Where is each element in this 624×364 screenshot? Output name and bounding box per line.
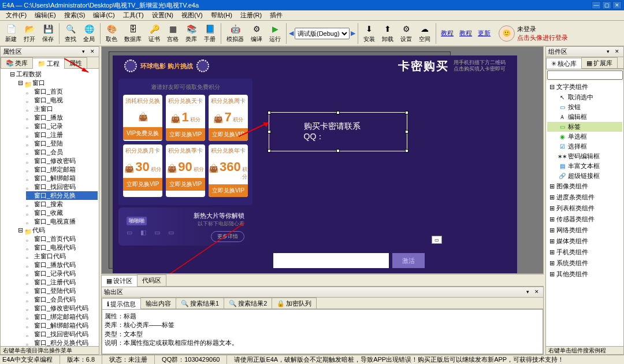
menu-plugin[interactable]: 插件 [266, 10, 286, 20]
component-search[interactable] [547, 70, 623, 80]
minimize-button[interactable]: — [592, 1, 601, 9]
panel-close-icon[interactable]: ✕ [613, 49, 621, 55]
tb-color[interactable]: 🎨取色 [103, 21, 120, 45]
menu-settings[interactable]: 设置(N) [148, 10, 177, 20]
tb-cert[interactable]: 🔑证书 [146, 21, 163, 45]
component-group[interactable]: ⊞ 传感器类组件 [547, 214, 622, 225]
tb-run[interactable]: ▶运行 [266, 21, 284, 45]
project-tree[interactable]: ⊟ 工程数据 ⊟ 📁窗口 ▫窗口_首页▫窗口_电视▫主窗口▫窗口_播放▫窗口_记… [1, 69, 99, 346]
points-card[interactable]: 积分兑换天卡👜1积分立即兑换VIP [166, 95, 205, 141]
tree-window-item[interactable]: ▫主窗口 [26, 105, 98, 113]
menu-search[interactable]: 搜索(S) [61, 10, 89, 20]
tab-design[interactable]: ▦设计区 [101, 275, 138, 287]
points-card[interactable]: 积分兑换年卡👜360积分立即兑换VIP [209, 144, 248, 197]
tree-window-item[interactable]: ▫窗口_首页 [26, 87, 98, 96]
exchange-btn[interactable]: VIP免费兑换 [123, 127, 162, 140]
panel-pin-icon[interactable]: ▾ [604, 49, 612, 55]
tb-space[interactable]: ☁空间 [416, 21, 433, 45]
tree-code-item[interactable]: ▫窗口_解绑邮箱代码 [26, 321, 98, 330]
tab-search2[interactable]: 🔍搜索结果2 [224, 298, 272, 309]
app-canvas[interactable]: 环球电影 购片挑战 卡密购买 用手机扫描下方二维码 点击购买填入卡密即可 [113, 55, 517, 274]
card-input[interactable] [273, 253, 389, 268]
tree-code-item[interactable]: ▫主窗口代码 [26, 252, 98, 261]
selected-label[interactable]: 购买卡密请联系QQ： [269, 112, 407, 151]
comp-radio[interactable]: ◉单选框 [547, 132, 622, 142]
link-update[interactable]: 更新 [476, 29, 493, 38]
maximize-button[interactable]: ▢ [602, 1, 611, 9]
exchange-btn[interactable]: 立即兑换VIP [123, 178, 162, 191]
component-list[interactable]: ⊟ 文字类组件 ↖取消选中 ▭按钮 Ａ编辑框 ▭标签 ◉单选框 ☑选择框 ∗∗密… [546, 80, 623, 346]
tree-window-item[interactable]: ▫窗口_找回密码 [26, 183, 98, 191]
component-group[interactable]: ⊞ 手机类组件 [547, 247, 622, 258]
component-group[interactable]: ⊞ 进度条类组件 [547, 192, 622, 203]
tree-windows[interactable]: ⊟ 📁窗口 [18, 79, 98, 87]
tab-code[interactable]: 代码区 [137, 274, 166, 286]
build-combo[interactable]: 调试版(Debug) [295, 28, 350, 39]
points-card[interactable]: 积分兑换周卡👜7积分立即兑换VIP [209, 95, 248, 141]
tab-encrypt[interactable]: 🔒加密队列 [272, 298, 317, 309]
comp-edit[interactable]: Ａ编辑框 [547, 112, 622, 122]
tree-code[interactable]: ⊟ 📁代码 [18, 226, 98, 235]
tab-search1[interactable]: 🔍搜索结果1 [176, 298, 224, 309]
mini-icon[interactable]: ▭ [432, 236, 442, 244]
tb-save[interactable]: 💾保存 [39, 21, 57, 45]
comp-hyperlink[interactable]: 🔗超级链接框 [547, 171, 622, 181]
tree-window-item[interactable]: ▫窗口_会员 [26, 148, 98, 157]
next-icon[interactable]: ▶ [351, 29, 355, 37]
tb-find[interactable]: 🔍查找 [62, 21, 79, 45]
tab-output[interactable]: 输出内容 [140, 298, 176, 309]
points-card[interactable]: 积分兑换季卡👜90积分立即兑换VIP [166, 144, 205, 197]
tree-window-item[interactable]: ▫窗口_修改密码 [26, 157, 98, 165]
tb-open[interactable]: 📂打开 [21, 21, 38, 45]
tree-code-item[interactable]: ▫窗口_修改密码代码 [26, 304, 98, 313]
output-body[interactable]: 属性：标题 类库：核心类库——标签 类型：文本型 说明：本属性指定或获取相应组件… [102, 309, 543, 354]
comp-button[interactable]: ▭按钮 [547, 102, 622, 112]
tb-db[interactable]: 🗄数据库 [121, 21, 144, 45]
panel-close-icon[interactable]: ✕ [533, 289, 541, 296]
tab-extlib[interactable]: ▦扩展库 [581, 57, 618, 68]
close-button[interactable]: ✕ [612, 1, 622, 9]
comp-check[interactable]: ☑选择框 [547, 142, 622, 151]
tb-manual[interactable]: 📘手册 [201, 21, 218, 45]
tab-corelib[interactable]: ✳核心库 [546, 58, 582, 69]
tab-property[interactable]: 属性 [64, 57, 87, 68]
tree-code-item[interactable]: ▫窗口_找回密码代码 [26, 330, 98, 339]
tree-window-item[interactable]: ▫窗口_电视直播 [26, 217, 98, 226]
activate-btn[interactable]: 激活 [392, 253, 425, 268]
tree-code-item[interactable]: ▫窗口_积分兑换代码 [26, 339, 98, 346]
tree-code-item[interactable]: ▫窗口_绑定邮箱代码 [26, 313, 98, 321]
tree-window-item[interactable]: ▫窗口_收藏 [26, 209, 98, 217]
tb-install[interactable]: ⬇安装 [361, 21, 378, 45]
link-tutorial2[interactable]: 教程 [457, 29, 474, 38]
component-group[interactable]: ⊞ 媒体类组件 [547, 236, 622, 247]
tree-window-item[interactable]: ▫窗口_播放 [26, 113, 98, 122]
component-group[interactable]: ⊞ 图像类组件 [547, 181, 622, 192]
grp-text[interactable]: ⊟ 文字类组件 [547, 81, 622, 92]
tree-code-item[interactable]: ▫窗口_播放代码 [26, 261, 98, 269]
comp-password[interactable]: ∗∗密码编辑框 [547, 151, 622, 161]
tree-window-item[interactable]: ▫窗口_电视 [26, 96, 98, 105]
tree-window-item[interactable]: ▫窗口_搜索 [26, 200, 98, 209]
tree-code-item[interactable]: ▫窗口_登陆代码 [26, 287, 98, 295]
tb-grid[interactable]: ▦宫格 [164, 21, 181, 45]
component-group[interactable]: ⊞ 其他类组件 [547, 269, 622, 280]
comp-label[interactable]: ▭标签 [547, 122, 622, 132]
tab-hint[interactable]: ℹ提示信息 [102, 298, 141, 309]
tree-window-item[interactable]: ▫窗口_解绑邮箱 [26, 174, 98, 183]
panel-pin-icon[interactable]: ▾ [79, 49, 87, 55]
tree-code-item[interactable]: ▫窗口_电视代码 [26, 243, 98, 252]
link-tutorial1[interactable]: 教程 [439, 29, 456, 38]
avatar-icon[interactable]: 🙂 [499, 25, 515, 42]
panel-pin-icon[interactable]: ▾ [523, 289, 532, 296]
tb-global[interactable]: 🌐全局 [80, 21, 98, 45]
tb-uninstall[interactable]: ⬆卸载 [379, 21, 396, 45]
tree-root[interactable]: ⊟ 工程数据 [10, 70, 98, 79]
menu-tools[interactable]: 工具(T) [120, 10, 147, 20]
prev-icon[interactable]: ◀ [289, 29, 294, 37]
login-area[interactable]: 🙂 未登录 点击头像进行登录 [499, 25, 568, 42]
tree-code-item[interactable]: ▫窗口_会员代码 [26, 295, 98, 304]
component-group[interactable]: ⊞ 网络类组件 [547, 225, 622, 236]
tb-emu[interactable]: 🤖模拟器 [224, 21, 247, 45]
comp-deselect[interactable]: ↖取消选中 [547, 92, 622, 102]
comp-richtext[interactable]: ▤丰富文本框 [547, 161, 622, 171]
